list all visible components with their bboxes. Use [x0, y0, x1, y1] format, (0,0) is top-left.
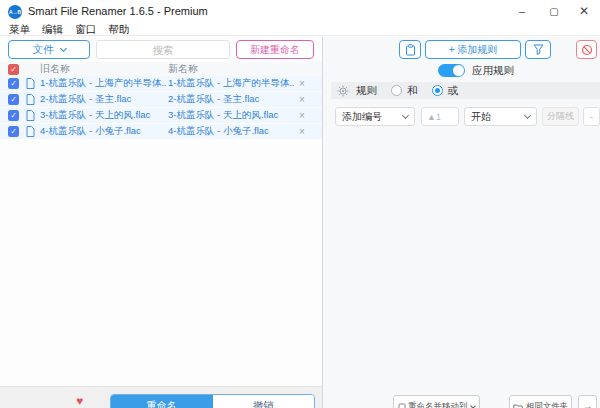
- rename-move-label: 重命名并移动到: [408, 401, 468, 408]
- old-file-name: 3-杭盖乐队 - 天上的风.flac: [40, 109, 166, 122]
- file-table-header: ✓ 旧名称 新名称: [0, 62, 322, 76]
- paste-rules-button[interactable]: [399, 40, 421, 59]
- separator-label-box: 分隔线: [542, 107, 579, 126]
- filter-rules-button[interactable]: [525, 40, 551, 59]
- row-checkbox[interactable]: ✓: [8, 126, 19, 137]
- rename-undo-segmented-control: 重命名 撤销: [110, 394, 315, 408]
- file-dropdown-button[interactable]: 文件: [8, 40, 90, 59]
- move-icon: [398, 403, 406, 408]
- maximize-button[interactable]: ▢: [540, 0, 568, 23]
- menu-item-window[interactable]: 窗口: [75, 23, 96, 37]
- old-file-name: 4-杭盖乐队 - 小兔子.flac: [40, 125, 166, 138]
- prohibition-icon: [581, 44, 593, 56]
- new-rename-label: 新建重命名: [250, 43, 300, 57]
- title-bar: A→B Smart File Renamer 1.6.5 - Premium –…: [0, 0, 600, 23]
- rename-button[interactable]: 重命名: [111, 395, 213, 408]
- menu-item-help[interactable]: 帮助: [108, 23, 129, 37]
- chevron-down-icon: [524, 111, 531, 118]
- minimize-button[interactable]: –: [508, 0, 536, 23]
- add-rule-button[interactable]: + 添加规则: [425, 40, 521, 59]
- gear-icon[interactable]: [337, 85, 349, 97]
- apply-rules-toggle[interactable]: [438, 64, 465, 77]
- old-name-column-header[interactable]: 旧名称: [40, 62, 70, 76]
- rule-type-dropdown[interactable]: 添加编号: [335, 107, 415, 126]
- new-file-name: 1-杭盖乐队 - 上海产的半导体...: [168, 77, 294, 90]
- file-list-panel: 文件 新建重命名 ✓ 旧名称 新名称 ✓ 1-杭盖乐队 - 上海产的半导体...…: [0, 37, 322, 408]
- row-checkbox[interactable]: ✓: [8, 110, 19, 121]
- new-file-name: 4-杭盖乐队 - 小兔子.flac: [168, 125, 294, 138]
- same-folder-label: 相同文件夹: [526, 401, 569, 408]
- add-rule-label: + 添加规则: [449, 43, 498, 57]
- close-button[interactable]: ✕: [570, 0, 598, 23]
- old-file-name: 2-杭盖乐队 - 圣主.flac: [40, 93, 166, 106]
- window-title: Smart File Renamer 1.6.5 - Premium: [28, 5, 208, 17]
- app-icon: A→B: [8, 5, 22, 19]
- menu-item-menu[interactable]: 菜单: [9, 23, 30, 37]
- chevron-down-icon: [59, 44, 66, 51]
- file-icon: [26, 126, 35, 137]
- go-arrow-button[interactable]: →: [578, 395, 597, 408]
- new-name-column-header[interactable]: 新名称: [168, 62, 198, 76]
- start-number-input[interactable]: ▲ 1: [421, 107, 459, 126]
- new-file-name: 3-杭盖乐队 - 天上的风.flac: [168, 109, 294, 122]
- rule-type-value: 添加编号: [342, 110, 382, 124]
- rename-move-dropdown[interactable]: 重命名并移动到: [393, 395, 480, 408]
- start-number-value: 1: [436, 112, 441, 122]
- or-radio[interactable]: [432, 85, 443, 96]
- table-row[interactable]: ✓ 3-杭盖乐队 - 天上的风.flac 3-杭盖乐队 - 天上的风.flac …: [0, 108, 322, 123]
- new-file-name: 2-杭盖乐队 - 圣主.flac: [168, 93, 294, 106]
- remove-row-icon[interactable]: ×: [295, 108, 309, 123]
- apply-rules-label: 应用规则: [472, 64, 514, 78]
- new-rename-button[interactable]: 新建重命名: [236, 40, 314, 59]
- table-row[interactable]: ✓ 1-杭盖乐队 - 上海产的半导体... 1-杭盖乐队 - 上海产的半导体..…: [0, 76, 322, 91]
- same-folder-button[interactable]: 相同文件夹: [509, 395, 572, 408]
- position-value: 开始: [471, 110, 491, 124]
- table-row[interactable]: ✓ 4-杭盖乐队 - 小兔子.flac 4-杭盖乐队 - 小兔子.flac ×: [0, 124, 322, 139]
- separator-label: 分隔线: [547, 110, 574, 123]
- search-input[interactable]: [96, 40, 230, 59]
- separator-input[interactable]: -: [583, 107, 600, 126]
- rule-config-row: 添加编号 ▲ 1 开始 分隔线 -: [323, 107, 600, 129]
- clear-rules-button[interactable]: [576, 40, 597, 59]
- select-all-checkbox[interactable]: ✓: [8, 64, 19, 75]
- heart-icon[interactable]: ♥: [76, 395, 83, 407]
- rules-panel: + 添加规则 应用规则: [323, 37, 600, 408]
- chevron-down-icon: [470, 403, 476, 408]
- and-label: 和: [407, 84, 418, 98]
- sort-asc-icon: ▲: [427, 112, 436, 122]
- file-dropdown-label: 文件: [33, 43, 54, 57]
- rule-label: 规则: [356, 84, 377, 98]
- menu-item-edit[interactable]: 编辑: [42, 23, 63, 37]
- separator-value: -: [590, 112, 593, 122]
- file-icon: [26, 78, 35, 89]
- folder-icon: [513, 403, 523, 408]
- undo-button[interactable]: 撤销: [213, 395, 315, 408]
- or-label: 或: [448, 84, 459, 98]
- menu-bar: 菜单 编辑 窗口 帮助: [0, 23, 600, 36]
- table-row[interactable]: ✓ 2-杭盖乐队 - 圣主.flac 2-杭盖乐队 - 圣主.flac ×: [0, 92, 322, 107]
- toggle-knob: [453, 65, 464, 76]
- file-icon: [26, 110, 35, 121]
- remove-row-icon[interactable]: ×: [295, 92, 309, 107]
- position-dropdown[interactable]: 开始: [464, 107, 537, 126]
- funnel-icon: [533, 44, 544, 55]
- chevron-down-icon: [402, 111, 409, 118]
- row-checkbox[interactable]: ✓: [8, 78, 19, 89]
- old-file-name: 1-杭盖乐队 - 上海产的半导体...: [40, 77, 166, 90]
- remove-row-icon[interactable]: ×: [295, 124, 309, 139]
- row-checkbox[interactable]: ✓: [8, 94, 19, 105]
- file-icon: [26, 94, 35, 105]
- file-table-body: ✓ 1-杭盖乐队 - 上海产的半导体... 1-杭盖乐队 - 上海产的半导体..…: [0, 76, 322, 140]
- remove-row-icon[interactable]: ×: [295, 76, 309, 91]
- and-radio[interactable]: [391, 85, 402, 96]
- rule-logic-bar: 规则 和 或: [331, 82, 600, 99]
- clipboard-icon: [405, 44, 416, 56]
